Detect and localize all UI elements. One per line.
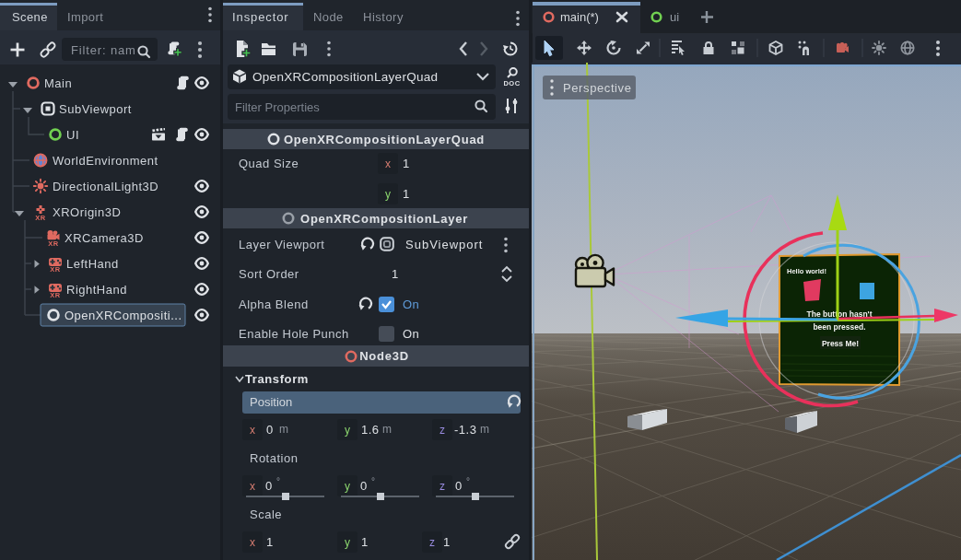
svg-text:XR: XR <box>35 214 46 222</box>
svg-text:OpenXRCompositi...: OpenXRCompositi... <box>64 309 182 322</box>
svg-text:XROrigin3D: XROrigin3D <box>53 205 121 219</box>
svg-text:UI: UI <box>66 128 79 142</box>
svg-text:WorldEnvironment: WorldEnvironment <box>53 154 158 168</box>
svg-text:XRCamera3D: XRCamera3D <box>64 231 144 245</box>
svg-text:DOC: DOC <box>503 79 520 88</box>
svg-text:Main: Main <box>44 76 72 90</box>
svg-text:XR: XR <box>50 291 61 299</box>
svg-text:LeftHand: LeftHand <box>66 257 119 271</box>
svg-text:XR: XR <box>48 239 59 248</box>
svg-text:RightHand: RightHand <box>66 283 127 297</box>
svg-text:DirectionalLight3D: DirectionalLight3D <box>53 180 158 193</box>
svg-text:XR: XR <box>50 265 61 274</box>
svg-text:SubViewport: SubViewport <box>59 102 132 116</box>
